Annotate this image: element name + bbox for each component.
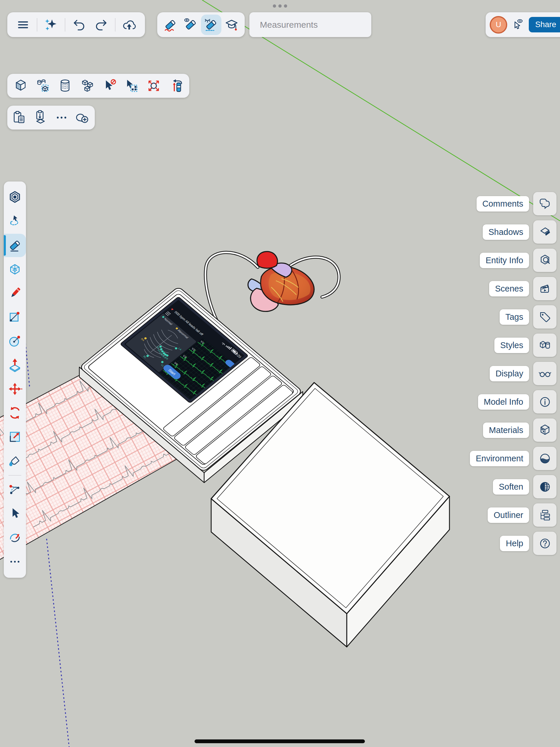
add-comment-icon (75, 110, 90, 125)
zoom-extents-button[interactable] (143, 75, 165, 97)
entity-info-panel-button[interactable] (533, 249, 557, 272)
orbit-button[interactable] (4, 526, 26, 549)
hidden-geometry-icon (57, 78, 73, 93)
entity-info-icon (538, 254, 552, 267)
redo-button[interactable] (90, 14, 112, 36)
revert-button[interactable] (165, 75, 187, 97)
outliner-panel-button[interactable] (533, 504, 557, 527)
deselect-button[interactable] (98, 75, 121, 97)
warehouse-button[interactable] (4, 186, 26, 209)
panel-label-shadows[interactable]: Shadows (483, 224, 529, 240)
components-button[interactable] (32, 75, 54, 97)
hidden-geometry-button[interactable] (54, 75, 76, 97)
orbit-icon (7, 531, 22, 545)
select-instances-button[interactable] (121, 75, 143, 97)
menu-button[interactable] (12, 14, 34, 36)
components-icon (35, 78, 50, 93)
panel-label-comments[interactable]: Comments (477, 196, 529, 211)
shadows-panel-button[interactable] (533, 220, 557, 243)
eraser-button[interactable] (4, 234, 26, 257)
arc-points-button[interactable] (4, 478, 26, 501)
panel-row-scenes: Scenes (489, 277, 557, 300)
paste-in-place-button[interactable] (30, 106, 51, 129)
cube-button[interactable] (10, 75, 32, 97)
hidden-objects-button[interactable] (76, 75, 98, 97)
paste-in-place-icon (33, 110, 48, 125)
environment-panel-button[interactable] (533, 447, 557, 470)
cloud-upload-button[interactable] (118, 14, 140, 36)
cursor-button[interactable] (4, 502, 26, 525)
section-cube-button[interactable] (4, 258, 26, 281)
push-pull-button[interactable] (4, 353, 26, 377)
styles-panel-button[interactable] (533, 334, 557, 357)
sparkles-button[interactable] (40, 14, 62, 36)
undo-button[interactable] (68, 14, 90, 36)
left-toolbar (4, 181, 26, 578)
more-button[interactable] (51, 106, 72, 129)
panel-row-comments: Comments (477, 192, 557, 215)
deselect-icon (102, 78, 117, 93)
panel-label-materials[interactable]: Materials (483, 422, 529, 438)
eraser-hide-button[interactable] (181, 15, 201, 35)
panel-label-styles[interactable]: Styles (495, 338, 529, 353)
lasso-select-button[interactable] (4, 210, 26, 233)
scale-button[interactable] (4, 425, 26, 448)
select-instances-icon (124, 78, 139, 93)
model-info-panel-button[interactable] (533, 390, 557, 413)
cursor-icon (7, 507, 22, 521)
panel-label-outliner[interactable]: Outliner (488, 508, 529, 523)
display-panel-button[interactable] (533, 362, 557, 385)
panel-label-help[interactable]: Help (500, 536, 529, 551)
panel-label-entity-info[interactable]: Entity Info (480, 253, 529, 268)
push-pull-icon (7, 358, 22, 372)
help-panel-button[interactable] (533, 532, 557, 555)
instructor-button[interactable] (221, 15, 242, 35)
eraser-icon (7, 238, 22, 253)
eraser-soften-button[interactable] (201, 15, 221, 35)
rotate-button[interactable] (4, 401, 26, 424)
soften-panel-button[interactable] (533, 475, 557, 498)
panel-label-display[interactable]: Display (490, 366, 529, 381)
eraser-edges-icon (163, 18, 178, 32)
materials-panel-button[interactable] (533, 418, 557, 442)
rectangle-tool-button[interactable] (4, 306, 26, 329)
multitask-indicator[interactable] (273, 4, 287, 7)
pencil-line-icon (7, 286, 22, 301)
panel-row-help: Help (500, 532, 557, 555)
circle-tool-icon (7, 334, 22, 349)
panel-label-scenes[interactable]: Scenes (489, 281, 529, 297)
scenes-panel-button[interactable] (533, 277, 557, 300)
avatar[interactable]: U (490, 16, 507, 33)
panel-label-environment[interactable]: Environment (470, 451, 529, 466)
home-indicator[interactable] (194, 740, 365, 743)
toolbar-main (7, 12, 145, 37)
section-cube-icon (7, 262, 22, 277)
eraser-soften-icon (204, 18, 218, 32)
add-comment-button[interactable] (72, 106, 93, 129)
comments-panel-button[interactable] (533, 192, 557, 215)
move-button[interactable] (4, 377, 26, 401)
zoom-extents-icon (146, 78, 161, 93)
circle-tool-button[interactable] (4, 330, 26, 353)
paint-button[interactable] (4, 449, 26, 472)
panel-label-model-info[interactable]: Model Info (478, 394, 529, 410)
warehouse-icon (7, 190, 22, 205)
share-button[interactable]: Share (529, 17, 560, 32)
separator (8, 475, 21, 475)
heart-aorta (257, 252, 277, 268)
panel-label-soften[interactable]: Soften (493, 479, 529, 495)
panel-row-tags: Tags (500, 305, 557, 329)
panel-row-display: Display (490, 362, 557, 385)
eraser-edges-button[interactable] (160, 15, 181, 35)
outliner-icon (538, 508, 552, 522)
separator (115, 18, 115, 31)
tags-panel-button[interactable] (533, 305, 557, 329)
more-button[interactable] (4, 550, 26, 573)
measurements-input[interactable] (259, 20, 362, 30)
rotate-icon (7, 406, 22, 420)
pointer-eye-icon[interactable] (511, 18, 525, 31)
pencil-line-button[interactable] (4, 282, 26, 305)
paste-button[interactable] (9, 106, 30, 129)
panel-label-tags[interactable]: Tags (500, 309, 529, 325)
lasso-select-icon (7, 214, 22, 229)
